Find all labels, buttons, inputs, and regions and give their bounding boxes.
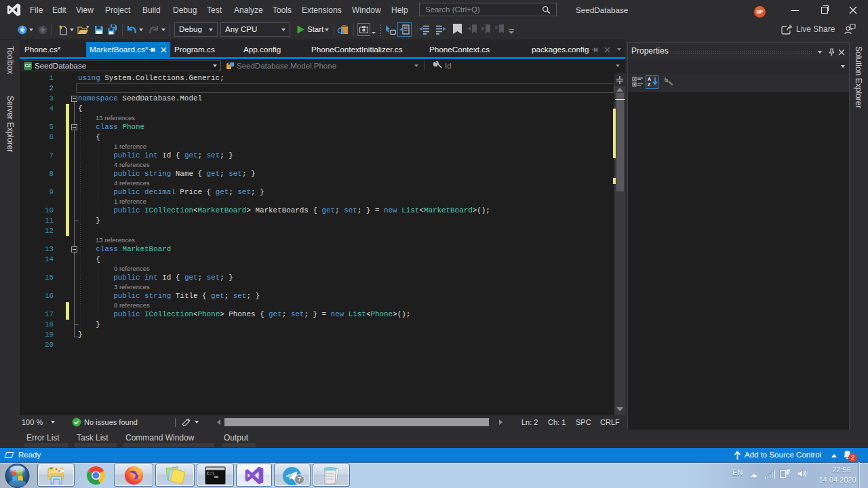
svg-text:C:\: C:\ [207, 472, 215, 476]
